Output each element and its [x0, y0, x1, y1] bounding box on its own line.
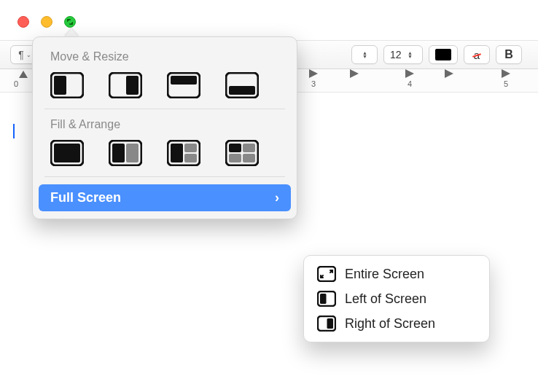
submenu-item-entire-screen[interactable]: Entire Screen [308, 262, 485, 286]
tab-marker-icon[interactable] [445, 69, 453, 80]
svg-rect-29 [243, 154, 255, 162]
color-swatch-icon [435, 49, 451, 60]
ruler-label: 5 [504, 79, 508, 88]
svg-rect-11 [126, 76, 139, 95]
font-size-value: 12 [390, 49, 402, 60]
tile-left-stack-button[interactable] [167, 140, 200, 166]
indent-marker-icon[interactable] [19, 69, 28, 80]
divider [44, 109, 285, 109]
minimize-button[interactable] [41, 16, 52, 28]
tab-marker-icon[interactable] [350, 69, 359, 80]
svg-rect-17 [54, 144, 80, 162]
tab-marker-icon[interactable] [405, 69, 414, 80]
tile-top-half-button[interactable] [167, 72, 200, 98]
tab-marker-icon[interactable] [309, 69, 318, 80]
zoom-button[interactable] [64, 16, 76, 28]
tab-marker-icon[interactable] [502, 69, 510, 80]
svg-marker-6 [445, 69, 453, 78]
svg-marker-2 [19, 71, 28, 78]
tile-bottom-half-button[interactable] [225, 72, 259, 98]
text-cursor [13, 124, 15, 138]
section-label-move-resize: Move & Resize [33, 49, 297, 66]
move-resize-row [33, 66, 297, 109]
ruler-label: 4 [408, 79, 412, 88]
svg-rect-24 [184, 154, 197, 162]
strikethrough-color-button[interactable]: a [464, 45, 490, 64]
submenu-item-left-of-screen[interactable]: Left of Screen [308, 286, 485, 311]
window-tiling-popover: Move & Resize Fill & Arrange Full Scr [32, 36, 297, 219]
svg-rect-15 [229, 86, 255, 95]
chevron-right-icon: › [275, 190, 279, 205]
svg-rect-30 [318, 267, 335, 281]
full-screen-label: Full Screen [50, 190, 121, 205]
font-family-dropdown[interactable]: ▲▼ [351, 45, 378, 64]
ruler-label: 0 [14, 79, 18, 88]
svg-marker-1 [70, 22, 73, 25]
section-label-fill-arrange: Fill & Arrange [33, 117, 297, 134]
tile-left-half-button[interactable] [50, 72, 84, 98]
submenu-label: Left of Screen [345, 291, 426, 307]
tile-right-half-button[interactable] [109, 72, 142, 98]
text-color-button[interactable] [429, 45, 458, 64]
full-screen-submenu: Entire Screen Left of Screen Right of Sc… [303, 255, 490, 342]
entire-screen-icon [317, 266, 336, 282]
tile-quadrants-button[interactable] [225, 140, 259, 166]
left-of-screen-icon [317, 291, 336, 307]
svg-rect-9 [54, 76, 66, 95]
divider [44, 176, 285, 177]
right-of-screen-icon [317, 315, 336, 332]
submenu-label: Entire Screen [345, 267, 424, 282]
svg-rect-22 [171, 144, 183, 162]
svg-rect-20 [126, 144, 139, 162]
svg-rect-32 [320, 294, 327, 304]
tile-left-and-right-button[interactable] [109, 140, 142, 166]
close-button[interactable] [17, 16, 29, 28]
svg-rect-26 [229, 144, 241, 152]
full-screen-menu-item[interactable]: Full Screen › [39, 184, 291, 211]
svg-marker-4 [350, 69, 359, 78]
submenu-item-right-of-screen[interactable]: Right of Screen [308, 311, 485, 336]
svg-rect-27 [243, 144, 255, 152]
svg-rect-28 [229, 154, 241, 162]
bold-icon: B [504, 48, 513, 61]
font-size-dropdown[interactable]: 12 ▲▼ [383, 45, 423, 64]
svg-rect-34 [327, 318, 334, 329]
bold-button[interactable]: B [496, 45, 522, 64]
svg-rect-13 [171, 76, 197, 85]
window-controls [17, 16, 76, 28]
ruler-label: 3 [311, 79, 316, 88]
tile-fill-button[interactable] [50, 140, 84, 166]
svg-rect-19 [112, 144, 125, 162]
submenu-label: Right of Screen [345, 316, 435, 332]
strikethrough-icon: a [474, 49, 480, 61]
svg-marker-3 [309, 69, 318, 78]
svg-rect-23 [184, 144, 197, 152]
svg-marker-5 [405, 69, 414, 78]
svg-marker-7 [502, 69, 510, 78]
fill-arrange-row [33, 134, 297, 176]
